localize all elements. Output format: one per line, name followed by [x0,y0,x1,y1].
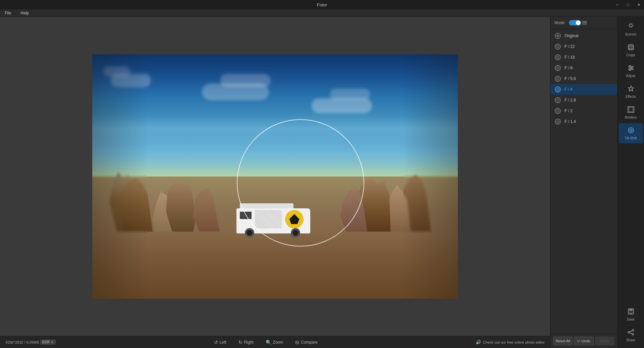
close-button[interactable]: ✕ [633,0,644,9]
aperture-label-f22: F / 22 [565,44,575,49]
window-controls: ─ □ ✕ [612,0,644,9]
toggle-line-1 [582,21,587,22]
aperture-label-f1_4: F / 1.4 [565,119,576,124]
compare-button[interactable]: ⊟ Compare [292,339,320,346]
zoom-button[interactable]: 🔍 Zoom [263,339,286,346]
toggle-line-2 [582,22,587,23]
aperture-item-f22[interactable]: F / 22 [550,41,617,52]
exif-arrow: ▼ [51,341,54,344]
save-icon [627,308,635,316]
aperture-label-f2_8: F / 2.8 [565,98,576,102]
tool-scenes[interactable]: Scenes [619,19,643,40]
aperture-label-f4: F / 4 [565,87,573,92]
aperture-item-original[interactable]: Original [550,30,617,41]
svg-point-7 [557,56,559,58]
aperture-item-f2_8[interactable]: F / 2.8 [550,95,617,106]
aperture-item-f16[interactable]: F / 16 [550,52,617,63]
title-bar: Fotor ─ □ ✕ [0,0,644,9]
tool-save[interactable]: Save [619,304,643,325]
aperture-icon-f8 [554,65,561,71]
menu-file[interactable]: File [3,10,13,16]
aperture-icon-f2 [554,108,561,114]
svg-line-47 [630,331,632,332]
svg-point-41 [630,130,631,131]
save-label: Save [627,318,635,321]
toolbar: 4256*2832 / 6.09MB EXIF ▼ ↺ Left ↻ Right… [0,336,550,348]
app-title: Fotor [317,2,327,7]
share-icon [627,329,635,337]
undo-button[interactable]: ↩ Undo [574,337,593,345]
blur-overlay-bottom [92,237,458,299]
aperture-label-f5_6: F / 5.6 [565,76,576,81]
svg-rect-38 [629,108,633,112]
adjust-label: Adjust [626,74,636,78]
reset-button[interactable]: Reset All [553,337,573,345]
svg-point-34 [629,66,631,67]
photo-canvas [92,54,458,299]
borders-label: Borders [625,116,637,119]
svg-rect-29 [629,45,633,50]
svg-point-45 [632,334,634,335]
mode-toggle-thumb [576,20,581,25]
svg-point-9 [557,67,559,69]
svg-point-17 [557,110,559,112]
file-info: 4256*2832 / 6.09MB [5,340,39,344]
menu-help[interactable]: Help [18,10,31,16]
aperture-icon-f5_6 [554,75,561,82]
main-area: 4256*2832 / 6.09MB EXIF ▼ ↺ Left ↻ Right… [0,17,644,348]
aperture-item-f4[interactable]: F / 4 [550,84,617,95]
redo-button[interactable]: Redo [595,337,614,345]
blur-overlay-top [92,54,458,128]
aperture-item-f8[interactable]: F / 8 [550,63,617,73]
tool-adjust[interactable]: Adjust [619,61,643,81]
tool-borders[interactable]: Borders [619,102,643,123]
svg-rect-43 [630,309,632,310]
right-panel: Mode: Original [550,17,617,348]
rotate-right-button[interactable]: ↻ Right [236,339,256,346]
aperture-item-f1_4[interactable]: F / 1.4 [550,116,617,127]
svg-point-44 [632,330,634,331]
svg-point-13 [557,88,559,90]
tilt-shift-icon [627,127,635,135]
tilt-shift-label: Tilt-Shift [625,136,637,140]
toolbar-center: ↺ Left ↻ Right 🔍 Zoom ⊟ Compare [211,339,320,346]
tool-effects[interactable]: Effects [619,82,643,102]
tool-crops[interactable]: Crops [619,40,643,60]
tool-tilt-shift[interactable]: Tilt-Shift [619,123,643,143]
image-container [0,17,550,336]
exif-badge[interactable]: EXIF ▼ [40,340,56,345]
svg-point-36 [629,69,631,71]
rv-wheel-rear [291,228,300,237]
aperture-icon-f22 [554,43,561,50]
rv-windshield [240,212,252,219]
svg-point-20 [630,24,632,27]
svg-point-11 [557,78,559,80]
svg-point-15 [557,99,559,101]
svg-point-5 [557,46,559,48]
svg-point-35 [631,67,633,69]
aperture-icon-f2_8 [554,97,561,103]
maximize-button[interactable]: □ [623,0,633,9]
effects-label: Effects [626,95,636,98]
borders-icon [627,106,635,114]
rotate-right-icon: ↻ [238,340,243,345]
effects-icon [627,85,635,93]
rotate-left-button[interactable]: ↺ Left [211,339,229,346]
aperture-item-f5_6[interactable]: F / 5.6 [550,73,617,84]
aperture-icon-f16 [554,54,561,61]
compare-icon: ⊟ [295,340,299,345]
svg-line-25 [629,24,630,24]
toolbar-left: 4256*2832 / 6.09MB EXIF ▼ [5,340,56,345]
mode-toggle-track[interactable] [569,20,581,25]
toolbar-right: 🔊 Check out our free online photo editor [476,340,545,345]
aperture-item-f2[interactable]: F / 2 [550,106,617,116]
rotate-left-icon: ↺ [214,340,218,345]
svg-line-48 [630,333,632,334]
share-label: Share [626,338,635,342]
minimize-button[interactable]: ─ [612,0,623,9]
canvas-area: 4256*2832 / 6.09MB EXIF ▼ ↺ Left ↻ Right… [0,17,550,348]
aperture-label-f2: F / 2 [565,109,573,113]
aperture-list: Original F / 22 F / 16 F / 8 F / 5.6 [550,29,617,334]
aperture-label-original: Original [565,33,578,38]
tool-share[interactable]: Share [619,325,643,345]
